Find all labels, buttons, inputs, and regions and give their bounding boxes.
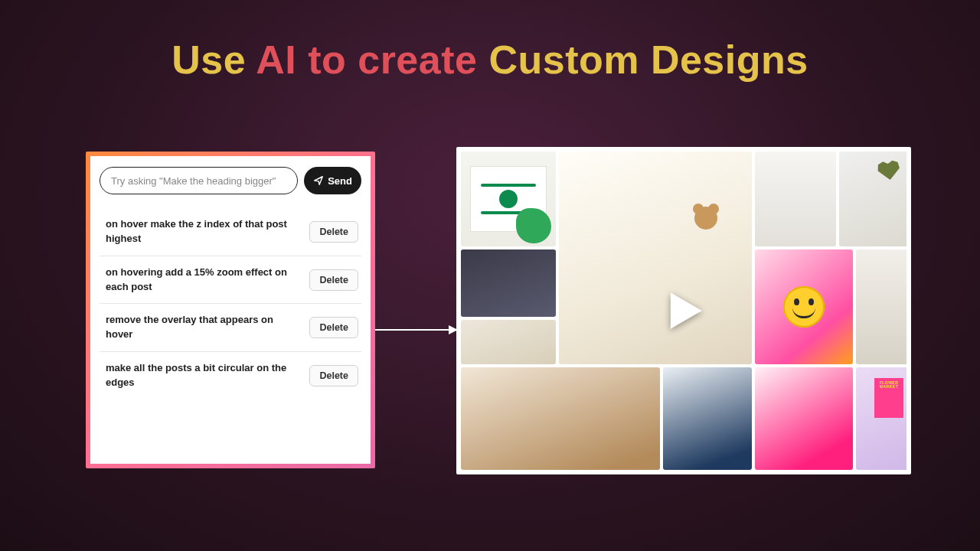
gallery-tile	[755, 367, 853, 470]
prompt-text: on hovering add a 15% zoom effect on eac…	[106, 266, 302, 295]
gallery-tile	[461, 320, 556, 364]
send-button[interactable]: Send	[304, 167, 361, 194]
gallery-tile	[755, 152, 836, 246]
delete-button[interactable]: Delete	[309, 221, 358, 243]
gallery-tile	[839, 152, 906, 246]
gallery-tile	[461, 152, 556, 246]
chat-input-row: Send	[100, 167, 361, 194]
gallery-grid: FLOWER MARKET	[461, 152, 906, 470]
prompt-row: make all the posts a bit circular on the…	[100, 352, 361, 399]
headline: Use AI to create Custom Designs	[0, 37, 980, 83]
play-button[interactable]	[658, 285, 709, 336]
delete-button[interactable]: Delete	[309, 317, 358, 338]
headline-part-2: AI to create	[256, 37, 488, 82]
prompt-text: make all the posts a bit circular on the…	[106, 361, 302, 390]
prompt-text: remove the overlay that appears on hover	[106, 313, 302, 342]
delete-button[interactable]: Delete	[309, 365, 358, 386]
delete-button[interactable]: Delete	[309, 269, 358, 291]
headline-part-3: Custom Designs	[488, 37, 808, 82]
ai-chat-panel: Send on hover make the z index of that p…	[86, 152, 375, 468]
connector-arrow-icon	[375, 329, 456, 331]
prompt-text: on hover make the z index of that post h…	[106, 217, 302, 246]
chat-input[interactable]	[100, 167, 298, 194]
send-button-label: Send	[328, 175, 352, 187]
gallery-tile	[663, 367, 752, 470]
headline-part-1: Use	[172, 37, 256, 82]
prompt-list: on hover make the z index of that post h…	[100, 208, 361, 399]
send-icon	[313, 175, 324, 186]
gallery-tile	[856, 249, 906, 364]
play-icon	[658, 285, 709, 336]
prompt-row: remove the overlay that appears on hover…	[100, 304, 361, 352]
ai-chat-panel-inner: Send on hover make the z index of that p…	[90, 156, 371, 464]
gallery-tile	[755, 249, 853, 364]
svg-marker-0	[671, 292, 702, 329]
gallery-tile	[559, 152, 752, 364]
prompt-row: on hovering add a 15% zoom effect on eac…	[100, 256, 361, 305]
gallery-tile	[461, 249, 556, 317]
gallery-thumbnail[interactable]: FLOWER MARKET	[456, 147, 911, 474]
prompt-row: on hover make the z index of that post h…	[100, 208, 361, 256]
gallery-tile: FLOWER MARKET	[856, 367, 906, 470]
gallery-tile	[461, 367, 660, 470]
flower-poster-text: FLOWER MARKET	[874, 381, 903, 390]
